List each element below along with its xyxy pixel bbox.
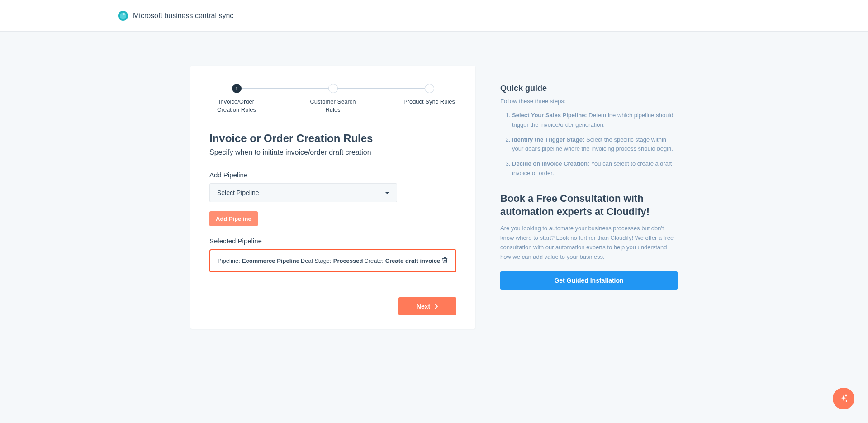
row-create-cell: Create: Create draft invoice xyxy=(364,257,440,264)
guided-installation-button[interactable]: Get Guided Installation xyxy=(500,271,678,290)
step-num-1: 1 xyxy=(235,86,238,91)
add-pipeline-button[interactable]: Add Pipeline xyxy=(209,211,258,226)
svg-point-1 xyxy=(845,395,846,396)
selected-pipeline-label: Selected Pipeline xyxy=(209,237,456,245)
row-create-label: Create: xyxy=(364,257,384,264)
pipeline-select-placeholder: Select Pipeline xyxy=(217,189,259,196)
sparkle-icon xyxy=(839,394,849,404)
quick-guide-item-1: Select Your Sales Pipeline: Determine wh… xyxy=(512,111,678,130)
next-button[interactable]: Next xyxy=(398,297,456,315)
selected-pipeline-row: Pipeline: Ecommerce Pipeline Deal Stage:… xyxy=(209,249,456,272)
consultation-body: Are you looking to automate your busines… xyxy=(500,224,678,261)
quick-guide-title: Quick guide xyxy=(500,84,678,93)
app-header: Microsoft business central sync xyxy=(0,0,868,32)
main-card: 1 Invoice/Order Creation Rules Customer … xyxy=(190,66,475,329)
app-logo-icon xyxy=(118,10,128,21)
pipeline-select[interactable]: Select Pipeline xyxy=(209,183,397,202)
step-label-2: Customer Search Rules xyxy=(306,98,360,114)
guide-item-3-bold: Decide on Invoice Creation: xyxy=(512,160,589,167)
consultation-heading: Book a Free Consultation with automation… xyxy=(500,192,678,219)
next-button-label: Next xyxy=(417,303,430,310)
guide-item-1-bold: Select Your Sales Pipeline: xyxy=(512,112,587,119)
row-stage-label: Deal Stage: xyxy=(301,257,332,264)
row-create-value: Create draft invoice xyxy=(385,257,440,264)
add-pipeline-label: Add Pipeline xyxy=(209,171,456,179)
step-label-1: Invoice/Order Creation Rules xyxy=(209,98,264,114)
row-stage-value: Processed xyxy=(333,257,363,264)
svg-point-2 xyxy=(846,401,847,402)
row-pipeline-value: Ecommerce Pipeline xyxy=(242,257,299,264)
quick-guide-item-3: Decide on Invoice Creation: You can sele… xyxy=(512,159,678,178)
step-invoice-rules[interactable]: 1 Invoice/Order Creation Rules xyxy=(209,84,264,114)
step-circle-3 xyxy=(425,84,434,93)
app-title: Microsoft business central sync xyxy=(133,12,233,20)
step-circle-1: 1 xyxy=(232,84,242,93)
help-fab-button[interactable] xyxy=(833,388,854,409)
stepper: 1 Invoice/Order Creation Rules Customer … xyxy=(209,84,456,114)
quick-guide-subtitle: Follow these three steps: xyxy=(500,98,678,105)
step-label-3: Product Sync Rules xyxy=(403,98,455,106)
step-customer-search[interactable]: Customer Search Rules xyxy=(306,84,360,114)
caret-down-icon xyxy=(385,192,389,194)
page-subheading: Specify when to initiate invoice/order d… xyxy=(209,148,456,157)
row-pipeline-label: Pipeline: xyxy=(218,257,240,264)
step-product-sync[interactable]: Product Sync Rules xyxy=(402,84,456,106)
delete-pipeline-icon[interactable] xyxy=(441,257,448,265)
quick-guide-item-2: Identify the Trigger Stage: Select the s… xyxy=(512,135,678,154)
guide-item-2-bold: Identify the Trigger Stage: xyxy=(512,136,584,143)
content-wrap: 1 Invoice/Order Creation Rules Customer … xyxy=(0,32,868,329)
sidebar: Quick guide Follow these three steps: Se… xyxy=(500,66,678,329)
row-stage-cell: Deal Stage: Processed xyxy=(301,257,363,264)
quick-guide-list: Select Your Sales Pipeline: Determine wh… xyxy=(500,111,678,178)
row-pipeline-cell: Pipeline: Ecommerce Pipeline xyxy=(218,257,299,264)
chevron-right-icon xyxy=(435,304,438,309)
page-heading: Invoice or Order Creation Rules xyxy=(209,132,456,145)
step-circle-2 xyxy=(328,84,338,93)
